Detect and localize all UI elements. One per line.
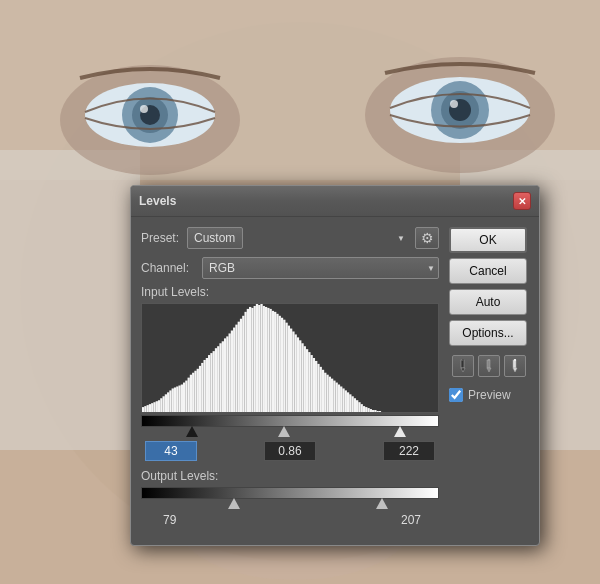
levels-dialog: Levels ✕ Preset: Custom ⚙ Channel: xyxy=(130,185,540,546)
svg-rect-78 xyxy=(270,309,272,412)
cancel-button[interactable]: Cancel xyxy=(449,258,527,284)
input-black-value[interactable] xyxy=(145,441,197,461)
svg-rect-111 xyxy=(345,390,347,412)
eyedropper-mid-icon xyxy=(482,359,496,373)
dialog-content: Preset: Custom ⚙ Channel: RGB xyxy=(131,217,539,537)
svg-rect-88 xyxy=(292,331,294,412)
svg-rect-57 xyxy=(222,341,224,412)
svg-rect-100 xyxy=(320,367,322,412)
channel-select[interactable]: RGB xyxy=(202,257,439,279)
svg-rect-43 xyxy=(190,375,192,412)
input-mid-value[interactable] xyxy=(264,441,316,461)
svg-rect-69 xyxy=(249,307,251,412)
input-white-value[interactable] xyxy=(383,441,435,461)
options-button[interactable]: Options... xyxy=(449,320,527,346)
svg-rect-104 xyxy=(329,377,331,412)
eyedropper-mid-button[interactable] xyxy=(478,355,500,377)
svg-rect-91 xyxy=(299,340,301,412)
svg-rect-105 xyxy=(331,379,333,412)
svg-rect-44 xyxy=(192,373,194,412)
svg-rect-40 xyxy=(183,383,185,412)
svg-rect-112 xyxy=(347,392,349,412)
preset-select[interactable]: Custom xyxy=(187,227,243,249)
svg-rect-30 xyxy=(160,398,162,412)
svg-rect-36 xyxy=(174,387,176,412)
svg-rect-83 xyxy=(281,318,283,412)
svg-rect-46 xyxy=(197,369,199,412)
svg-rect-38 xyxy=(178,385,180,412)
input-values-row xyxy=(141,441,439,461)
svg-rect-106 xyxy=(333,381,335,412)
svg-rect-51 xyxy=(208,355,210,412)
preset-label: Preset: xyxy=(141,231,181,245)
svg-rect-32 xyxy=(165,394,167,412)
eyedropper-black-button[interactable] xyxy=(452,355,474,377)
preview-checkbox[interactable] xyxy=(449,388,463,402)
gear-button[interactable]: ⚙ xyxy=(415,227,439,249)
output-black-value: 79 xyxy=(145,513,176,527)
svg-rect-135 xyxy=(514,359,516,361)
svg-rect-70 xyxy=(251,308,253,412)
svg-rect-114 xyxy=(351,396,353,412)
svg-rect-81 xyxy=(276,314,278,412)
auto-button[interactable]: Auto xyxy=(449,289,527,315)
svg-rect-3 xyxy=(0,150,140,450)
svg-rect-49 xyxy=(203,360,205,412)
svg-rect-50 xyxy=(206,358,208,412)
svg-rect-86 xyxy=(288,326,290,412)
svg-rect-22 xyxy=(142,407,144,412)
output-values-row: 79 207 xyxy=(141,513,439,527)
input-slider-track[interactable] xyxy=(141,415,439,427)
input-white-slider[interactable] xyxy=(394,426,406,437)
svg-rect-47 xyxy=(199,366,201,412)
ok-button[interactable]: OK xyxy=(449,227,527,253)
svg-rect-41 xyxy=(185,381,187,412)
svg-rect-66 xyxy=(242,316,244,412)
svg-rect-35 xyxy=(172,388,174,412)
svg-rect-58 xyxy=(224,338,226,412)
svg-rect-59 xyxy=(226,336,228,412)
channel-row: Channel: RGB xyxy=(141,257,439,279)
svg-rect-108 xyxy=(338,385,340,412)
output-levels-label: Output Levels: xyxy=(141,469,439,483)
close-button[interactable]: ✕ xyxy=(513,192,531,210)
svg-rect-96 xyxy=(310,355,312,412)
svg-point-16 xyxy=(450,100,458,108)
svg-rect-116 xyxy=(356,400,358,412)
svg-rect-33 xyxy=(167,392,169,412)
svg-rect-79 xyxy=(272,311,274,412)
svg-rect-65 xyxy=(240,319,242,412)
svg-rect-90 xyxy=(297,337,299,412)
output-white-slider[interactable] xyxy=(376,498,388,509)
svg-rect-95 xyxy=(308,352,310,412)
svg-rect-34 xyxy=(169,390,171,412)
svg-rect-84 xyxy=(283,320,285,412)
svg-rect-27 xyxy=(153,402,155,412)
svg-rect-82 xyxy=(279,316,281,412)
histogram-area xyxy=(141,303,439,413)
svg-rect-61 xyxy=(231,331,233,412)
input-black-slider[interactable] xyxy=(186,426,198,437)
svg-rect-113 xyxy=(349,394,351,412)
svg-rect-120 xyxy=(365,407,367,412)
output-black-slider[interactable] xyxy=(228,498,240,509)
gear-icon: ⚙ xyxy=(421,230,434,246)
svg-rect-25 xyxy=(149,404,151,412)
eyedropper-white-button[interactable] xyxy=(504,355,526,377)
histogram-svg xyxy=(142,304,438,412)
svg-rect-98 xyxy=(315,361,317,412)
svg-rect-73 xyxy=(258,305,260,412)
input-mid-slider[interactable] xyxy=(278,426,290,437)
svg-rect-67 xyxy=(244,312,246,412)
channel-label: Channel: xyxy=(141,261,196,275)
svg-marker-131 xyxy=(487,368,491,372)
svg-rect-80 xyxy=(274,312,276,412)
output-slider-track[interactable] xyxy=(141,487,439,499)
svg-rect-107 xyxy=(336,383,338,412)
svg-rect-127 xyxy=(461,360,464,368)
svg-rect-132 xyxy=(488,359,490,361)
svg-rect-101 xyxy=(322,370,324,412)
svg-rect-55 xyxy=(217,346,219,412)
dialog-bottom-padding xyxy=(131,537,539,545)
svg-rect-31 xyxy=(162,396,164,412)
